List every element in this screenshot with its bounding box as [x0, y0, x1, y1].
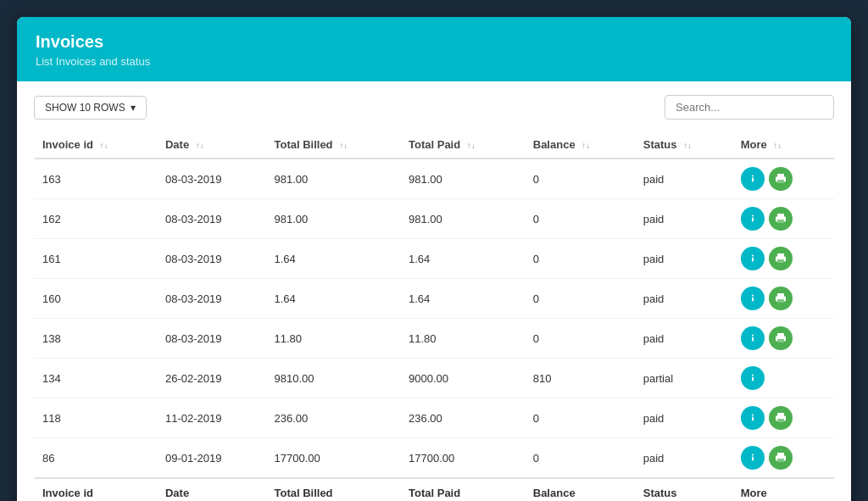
cell-balance: 0 — [525, 159, 635, 199]
cell-total-paid: 236.00 — [400, 398, 525, 438]
cell-invoice-id: 138 — [34, 319, 157, 359]
cell-more — [732, 199, 834, 239]
svg-rect-50 — [776, 457, 778, 459]
cell-invoice-id: 86 — [34, 438, 157, 479]
sort-icon-more: ↑↓ — [773, 141, 782, 150]
cell-total-billed: 981.00 — [265, 159, 400, 199]
info-button[interactable] — [741, 167, 765, 191]
cell-date: 09-01-2019 — [157, 438, 266, 479]
info-button[interactable] — [741, 207, 765, 231]
footer-date: Date — [157, 478, 266, 501]
svg-rect-6 — [776, 178, 778, 180]
svg-rect-22 — [752, 298, 754, 302]
print-button[interactable] — [769, 287, 793, 310]
cell-total-paid: 17700.00 — [400, 438, 525, 479]
cell-total-paid: 981.00 — [400, 159, 525, 199]
cell-date: 08-03-2019 — [157, 199, 266, 239]
search-input[interactable] — [665, 95, 834, 120]
footer-row: Invoice id Date Total Billed Total Paid … — [34, 478, 834, 501]
cell-total-billed: 9810.00 — [265, 359, 400, 398]
svg-rect-19 — [777, 259, 784, 263]
svg-point-0 — [752, 175, 754, 177]
cell-more — [732, 398, 834, 438]
table-row: 13808-03-201911.8011.800paid — [34, 319, 834, 359]
svg-rect-23 — [777, 293, 784, 297]
col-invoice-id[interactable]: Invoice id ↑↓ — [34, 131, 157, 159]
cell-status: paid — [635, 199, 732, 239]
col-total-billed[interactable]: Total Billed ↑↓ — [265, 131, 400, 159]
svg-point-14 — [752, 255, 754, 257]
cell-balance: 0 — [525, 239, 635, 279]
print-button[interactable] — [769, 326, 793, 350]
cell-more — [732, 159, 834, 199]
col-status[interactable]: Status ↑↓ — [635, 131, 732, 159]
print-button[interactable] — [769, 406, 793, 430]
info-button[interactable] — [741, 446, 765, 470]
table-row: 13426-02-20199810.009000.00810partial — [34, 359, 834, 398]
svg-rect-2 — [777, 174, 784, 177]
cell-balance: 0 — [525, 279, 635, 319]
cell-more — [732, 279, 834, 319]
table-row: 16108-03-20191.641.640paid — [34, 239, 834, 279]
cell-invoice-id: 118 — [34, 398, 157, 438]
svg-rect-12 — [777, 220, 784, 223]
cell-invoice-id: 162 — [34, 199, 157, 239]
col-more[interactable]: More ↑↓ — [732, 131, 834, 159]
cell-date: 08-03-2019 — [157, 159, 266, 199]
cell-invoice-id: 163 — [34, 159, 157, 199]
cell-status: paid — [635, 279, 732, 319]
cell-more — [732, 319, 834, 359]
info-button[interactable] — [741, 247, 765, 270]
action-buttons — [741, 287, 826, 310]
card-header: Invoices List Invoices and status — [17, 17, 851, 81]
action-buttons — [741, 247, 826, 270]
cell-total-paid: 981.00 — [400, 199, 525, 239]
info-button[interactable] — [741, 326, 765, 350]
cell-more — [732, 239, 834, 279]
info-button[interactable] — [741, 287, 765, 310]
cell-more — [732, 438, 834, 479]
invoices-table: Invoice id ↑↓ Date ↑↓ Total Billed ↑↓ To… — [34, 131, 834, 501]
print-button[interactable] — [769, 207, 793, 231]
col-date[interactable]: Date ↑↓ — [157, 131, 266, 159]
cell-balance: 0 — [525, 319, 635, 359]
print-button[interactable] — [769, 446, 793, 470]
footer-total-billed: Total Billed — [265, 478, 400, 501]
svg-rect-9 — [777, 214, 784, 217]
print-button[interactable] — [769, 167, 793, 191]
col-total-paid[interactable]: Total Paid ↑↓ — [400, 131, 525, 159]
svg-point-7 — [752, 215, 754, 217]
cell-total-billed: 1.64 — [265, 239, 400, 279]
action-buttons — [741, 366, 826, 390]
cell-date: 11-02-2019 — [157, 398, 266, 438]
svg-rect-45 — [752, 457, 754, 461]
svg-rect-39 — [777, 413, 784, 416]
cell-total-paid: 1.64 — [400, 239, 525, 279]
invoices-card: Invoices List Invoices and status SHOW 1… — [17, 17, 851, 501]
col-balance[interactable]: Balance ↑↓ — [525, 131, 635, 159]
cell-balance: 0 — [525, 438, 635, 479]
svg-rect-1 — [752, 178, 754, 182]
cell-total-billed: 236.00 — [265, 398, 400, 438]
svg-rect-5 — [777, 180, 784, 183]
action-buttons — [741, 326, 826, 350]
svg-point-21 — [752, 295, 754, 297]
sort-icon-balance: ↑↓ — [581, 141, 590, 150]
cell-total-paid: 1.64 — [400, 279, 525, 319]
svg-rect-33 — [777, 339, 784, 342]
svg-rect-34 — [776, 337, 778, 339]
show-rows-button[interactable]: SHOW 10 ROWS ▾ — [34, 96, 147, 120]
cell-date: 26-02-2019 — [157, 359, 266, 398]
svg-rect-27 — [776, 298, 778, 299]
info-button[interactable] — [741, 406, 765, 430]
action-buttons — [741, 406, 826, 430]
svg-rect-16 — [777, 253, 784, 257]
cell-invoice-id: 160 — [34, 279, 157, 319]
sort-icon-status: ↑↓ — [683, 141, 692, 150]
toolbar: SHOW 10 ROWS ▾ — [34, 95, 834, 120]
cell-date: 08-03-2019 — [157, 239, 266, 279]
page-title: Invoices — [36, 32, 832, 52]
info-button[interactable] — [741, 366, 765, 390]
print-button[interactable] — [769, 247, 793, 270]
cell-status: partial — [635, 359, 732, 398]
